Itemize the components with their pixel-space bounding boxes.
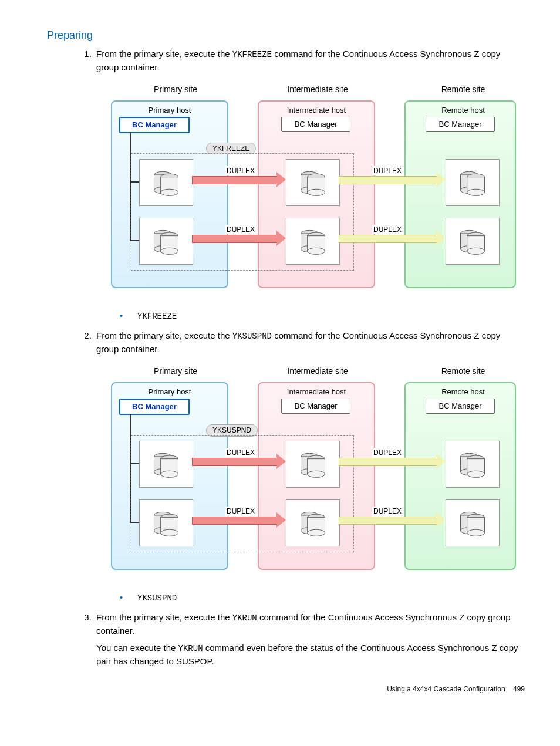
- svg-point-11: [161, 248, 178, 254]
- text: From the primary site, execute the: [96, 330, 232, 340]
- svg-point-53: [308, 471, 325, 477]
- page-number: 499: [513, 685, 525, 693]
- svg-point-65: [467, 471, 485, 477]
- svg-point-35: [467, 248, 485, 254]
- text: You can execute the: [96, 643, 178, 653]
- bc-manager-primary: BC Manager: [119, 117, 190, 133]
- label-intermediate-host: Intermediate host: [281, 387, 352, 397]
- pair-state-label: DUPLEX: [372, 166, 403, 176]
- pair-state-label: DUPLEX: [225, 166, 256, 176]
- label-intermediate-site: Intermediate site: [276, 84, 359, 96]
- bc-manager-remote: BC Manager: [426, 399, 495, 414]
- inline-command: YKFREEZE: [232, 50, 272, 59]
- bc-manager-remote: BC Manager: [426, 117, 495, 132]
- command-bullets: YKSUSPND: [96, 591, 525, 605]
- bullet-item: YKFREEZE: [120, 309, 525, 323]
- command-bullets: YKFREEZE: [96, 309, 525, 323]
- pair-state-label: DUPLEX: [225, 507, 256, 517]
- svg-point-17: [308, 189, 325, 195]
- section-heading: Preparing: [47, 29, 525, 42]
- storage-icon: [446, 218, 500, 265]
- svg-point-29: [467, 189, 485, 195]
- label-remote-site: Remote site: [428, 84, 498, 96]
- svg-point-5: [161, 189, 178, 195]
- diagram-ykfreeze: Primary site Intermediate site Remote si…: [111, 84, 510, 295]
- pair-state-label: DUPLEX: [225, 448, 256, 458]
- bc-manager-intermediate: BC Manager: [281, 399, 350, 414]
- step-1: From the primary site, execute the YKFRE…: [94, 48, 525, 322]
- inline-command: YKSUSPND: [232, 332, 272, 341]
- label-primary-host: Primary host: [134, 105, 205, 116]
- svg-point-71: [467, 529, 485, 536]
- step-3-text: From the primary site, execute the YKRUN…: [96, 612, 511, 636]
- storage-icon: [139, 441, 193, 488]
- label-intermediate-host: Intermediate host: [281, 105, 352, 116]
- label-remote-host: Remote host: [428, 105, 498, 116]
- text: From the primary site, execute the: [96, 49, 232, 59]
- pair-state-label: DUPLEX: [225, 225, 256, 235]
- storage-icon: [139, 159, 193, 206]
- svg-point-23: [308, 248, 325, 254]
- storage-icon: [139, 218, 193, 265]
- label-primary-site: Primary site: [140, 84, 211, 96]
- footer-text: Using a 4x4x4 Cascade Configuration: [387, 685, 505, 693]
- storage-icon: [446, 441, 500, 488]
- step-3: From the primary site, execute the YKRUN…: [94, 611, 525, 667]
- bullet-item: YKSUSPND: [120, 591, 525, 605]
- step-list: From the primary site, execute the YKFRE…: [94, 48, 525, 667]
- storage-icon: [286, 499, 340, 546]
- bullet-command: YKFREEZE: [137, 312, 177, 321]
- inline-command: YKRUN: [232, 613, 257, 623]
- page-footer: Using a 4x4x4 Cascade Configuration 499: [35, 685, 525, 693]
- storage-icon: [286, 159, 340, 206]
- bc-manager-intermediate: BC Manager: [281, 117, 350, 132]
- svg-point-59: [308, 529, 325, 536]
- label-remote-host: Remote host: [428, 387, 498, 397]
- storage-icon: [286, 218, 340, 265]
- pair-state-label: DUPLEX: [372, 507, 403, 517]
- svg-point-41: [161, 471, 178, 477]
- storage-icon: [286, 441, 340, 488]
- svg-point-47: [161, 529, 178, 536]
- label-intermediate-site: Intermediate site: [276, 366, 359, 377]
- step-3-extra: You can execute the YKRUN command even b…: [96, 642, 525, 667]
- step-1-text: From the primary site, execute the YKFRE…: [96, 49, 500, 72]
- step-2-text: From the primary site, execute the YKSUS…: [96, 330, 500, 354]
- label-remote-site: Remote site: [428, 366, 498, 377]
- text: From the primary site, execute the: [96, 612, 232, 622]
- storage-icon: [446, 499, 500, 546]
- storage-icon: [446, 159, 500, 206]
- step-2: From the primary site, execute the YKSUS…: [94, 329, 525, 604]
- bc-manager-primary: BC Manager: [119, 399, 190, 415]
- pair-state-label: DUPLEX: [372, 448, 403, 458]
- inline-command: YKRUN: [178, 644, 203, 653]
- diagram-yksuspnd: Primary site Intermediate site Remote si…: [111, 366, 510, 577]
- bullet-command: YKSUSPND: [137, 593, 177, 603]
- label-primary-site: Primary site: [140, 366, 211, 377]
- pair-state-label: DUPLEX: [372, 225, 403, 235]
- storage-icon: [139, 499, 193, 546]
- label-primary-host: Primary host: [134, 387, 205, 397]
